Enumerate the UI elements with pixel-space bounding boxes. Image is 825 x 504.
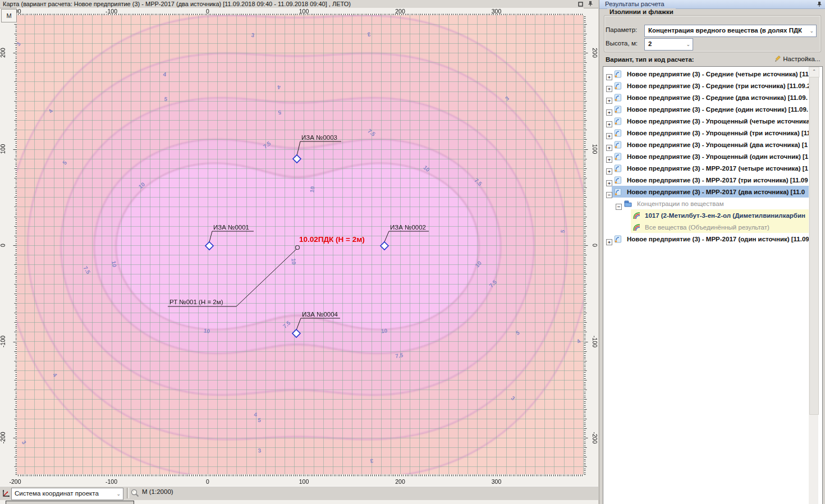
coord-axes-icon <box>2 489 11 500</box>
tree-item-label: Новое предприятие (3) - МРР-2017 (три ис… <box>627 177 808 184</box>
height-value: 2 <box>648 39 652 49</box>
calc-variant-icon <box>614 117 622 125</box>
scrollbar-thumb[interactable] <box>809 77 819 415</box>
calc-variant-icon <box>614 188 622 196</box>
tree-item[interactable]: +Новое предприятие (3) - Средние (три ис… <box>604 80 811 91</box>
calc-variant-icon <box>614 164 622 172</box>
map-canvas[interactable] <box>17 15 584 474</box>
tree-item[interactable]: +Новое предприятие (3) - Средние (один и… <box>604 103 811 115</box>
height-select[interactable]: 2 ⌄ <box>644 38 693 51</box>
isolines-icon <box>633 223 641 231</box>
parameter-value: Концентрация вредного вещества (в долях … <box>648 25 806 35</box>
tree-item[interactable]: −Новое предприятие (3) - МРР-2017 (два и… <box>604 186 811 198</box>
tree-item[interactable]: +Новое предприятие (3) - Средние (четыре… <box>604 68 811 80</box>
map-status-bar: Система координат проекта ⌄ М (1:2000) <box>0 486 598 500</box>
tree-item-label: Новое предприятие (3) - Средние (два ист… <box>627 94 808 101</box>
calc-variant-icon <box>614 235 622 243</box>
parameter-select[interactable]: Концентрация вредного вещества (в долях … <box>644 25 817 37</box>
calc-variant-icon <box>614 70 622 78</box>
tree-item-label: Новое предприятие (3) - Упрощенный (три … <box>627 130 810 136</box>
tree-item-label: Концентрации по веществам <box>637 200 724 207</box>
results-panel-title: Результаты расчета <box>605 0 664 8</box>
calc-variant-icon <box>614 176 622 184</box>
height-label: Высота, м: <box>606 40 638 47</box>
calc-variant-icon <box>614 141 622 149</box>
tree-item[interactable]: +Новое предприятие (3) - Средние (два ис… <box>604 91 811 103</box>
map-window-title: Карта (вариант расчета: Новое предприяти… <box>3 0 351 8</box>
tree-item-label: Новое предприятие (3) - Упрощенный (один… <box>627 153 808 160</box>
zoom-scale-icon[interactable] <box>130 488 140 500</box>
tree-item-label: Новое предприятие (3) - Средние (четыре … <box>627 71 809 77</box>
results-panel-header: Результаты расчета <box>599 0 825 9</box>
calc-variant-icon <box>614 106 622 113</box>
tree-item[interactable]: +Новое предприятие (3) - МРР-2017 (четыр… <box>604 162 811 174</box>
tree-item-label: Новое предприятие (3) - Средние (три ист… <box>627 83 810 89</box>
tree-item-label: 1017 (2-Метилбут-3-ен-2-ол (Диметилвинил… <box>645 212 805 219</box>
tree-item-label: Все вещества (Объединённый результат) <box>645 224 769 231</box>
scrollbar-up-icon[interactable]: ⌃ <box>809 67 819 77</box>
calc-variants-tree: +Новое предприятие (3) - Средние (четыре… <box>603 66 823 504</box>
tree-item[interactable]: +Новое предприятие (3) - МРР-2017 (один … <box>604 233 811 245</box>
variant-label: Вариант, тип и код расчета: <box>606 56 694 63</box>
status-separator <box>127 488 129 498</box>
pencil-icon <box>774 56 781 62</box>
map-window: Карта (вариант расчета: Новое предприяти… <box>0 0 598 504</box>
coord-system-value: Система координат проекта <box>15 488 99 499</box>
pin-icon[interactable] <box>817 1 822 10</box>
restore-window-icon[interactable] <box>577 1 584 7</box>
map-window-titlebar: Карта (вариант расчета: Новое предприяти… <box>0 0 598 8</box>
tree-item[interactable]: +Новое предприятие (3) - Упрощенный (три… <box>604 127 811 139</box>
tree-item[interactable]: Все вещества (Объединённый результат) <box>604 221 811 233</box>
results-panel: Результаты расчета Изолинии и флажки Пар… <box>599 0 825 504</box>
tree-item-label: Новое предприятие (3) - МРР-2017 (два ис… <box>627 189 805 195</box>
tree-item-label: Новое предприятие (3) - Упрощенный (два … <box>627 141 808 148</box>
ruler-unit-box: М <box>1 9 17 22</box>
tree-item[interactable]: +Новое предприятие (3) - МРР-2017 (три и… <box>604 174 811 186</box>
map-scale-label: М (1:2000) <box>142 488 173 495</box>
calc-variant-icon <box>614 153 622 161</box>
coord-system-select[interactable]: Система координат проекта ⌄ <box>11 488 123 500</box>
tree-item[interactable]: 1017 (2-Метилбут-3-ен-2-ол (Диметилвинил… <box>604 209 811 221</box>
parameter-label: Параметр: <box>606 26 637 33</box>
tree-item-label: Новое предприятие (3) - МРР-2017 (четыре… <box>627 165 808 172</box>
chevron-down-icon: ⌄ <box>686 39 690 49</box>
calc-variant-icon <box>614 82 622 90</box>
calc-variant-icon <box>614 94 622 102</box>
folder-icon <box>624 200 632 207</box>
settings-link[interactable]: Настройка... <box>774 56 820 62</box>
tree-scrollbar[interactable]: ⌃ <box>809 67 818 504</box>
calc-variant-icon <box>614 129 622 137</box>
tree-item-label: Новое предприятие (3) - МРР-2017 (один и… <box>627 236 809 242</box>
chevron-down-icon: ⌄ <box>809 26 814 36</box>
chevron-down-icon: ⌄ <box>116 489 121 500</box>
tree-item-label: Новое предприятие (3) - Средние (один ис… <box>627 106 808 113</box>
isolines-group-title: Изолинии и флажки <box>607 8 676 15</box>
pin-icon[interactable] <box>586 1 594 7</box>
tree-item[interactable]: +Новое предприятие (3) - Упрощенный (оди… <box>604 150 811 162</box>
tree-item-label: Новое предприятие (3) - Упрощенный (четы… <box>627 118 810 125</box>
isolines-icon <box>633 212 641 219</box>
tree-item[interactable]: +Новое предприятие (3) - Упрощенный (два… <box>604 139 811 150</box>
tree-item[interactable]: −Концентрации по веществам <box>604 198 811 209</box>
partial-window-below <box>6 501 134 504</box>
tree-item[interactable]: +Новое предприятие (3) - Упрощенный (чет… <box>604 115 811 127</box>
expand-plus-icon[interactable]: + <box>606 239 612 245</box>
